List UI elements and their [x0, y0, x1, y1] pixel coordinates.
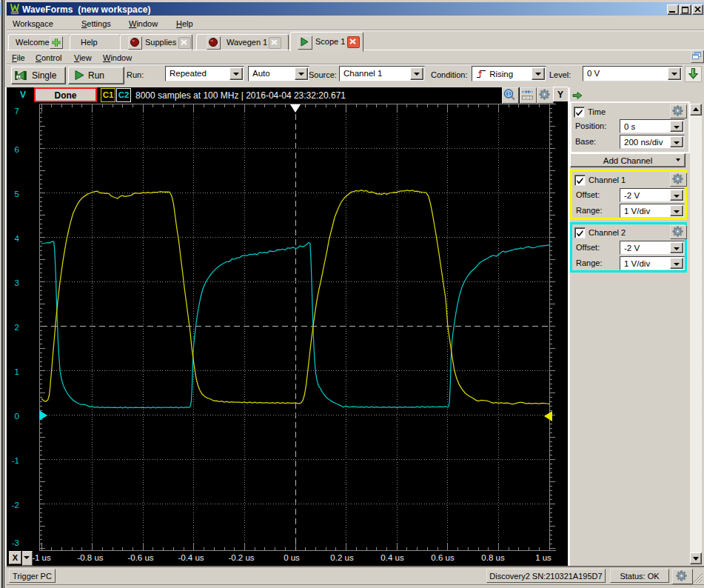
svg-text:-0.4 us: -0.4 us: [178, 553, 204, 562]
svg-text:-1 us: -1 us: [32, 553, 51, 562]
svg-text:0.2 us: 0.2 us: [330, 553, 354, 562]
svg-text:3: 3: [15, 278, 19, 287]
svg-text:-0.8 us: -0.8 us: [77, 553, 103, 562]
svg-text:2015: 2015: [11, 11, 19, 15]
svg-text:1 us: 1 us: [535, 553, 552, 562]
svg-text:4: 4: [15, 234, 20, 243]
svg-text:1: 1: [15, 367, 19, 376]
svg-text:5: 5: [15, 190, 19, 198]
svg-text:-1: -1: [12, 456, 19, 465]
svg-text:0.6 us: 0.6 us: [431, 553, 455, 562]
svg-text:1: 1: [507, 90, 510, 97]
svg-text:2: 2: [15, 323, 19, 332]
svg-text:0.4 us: 0.4 us: [381, 553, 404, 562]
svg-text:7: 7: [15, 107, 19, 116]
svg-text:1: 1: [17, 74, 20, 79]
svg-text:6: 6: [15, 145, 19, 154]
svg-text:-3: -3: [12, 538, 19, 547]
svg-text:-0.6 us: -0.6 us: [127, 553, 153, 562]
svg-text:-0.2 us: -0.2 us: [228, 553, 254, 562]
svg-text:0 us: 0 us: [284, 553, 300, 562]
svg-text:-2: -2: [12, 501, 19, 510]
svg-text:0.8 us: 0.8 us: [481, 553, 505, 562]
svg-text:0: 0: [15, 412, 19, 421]
